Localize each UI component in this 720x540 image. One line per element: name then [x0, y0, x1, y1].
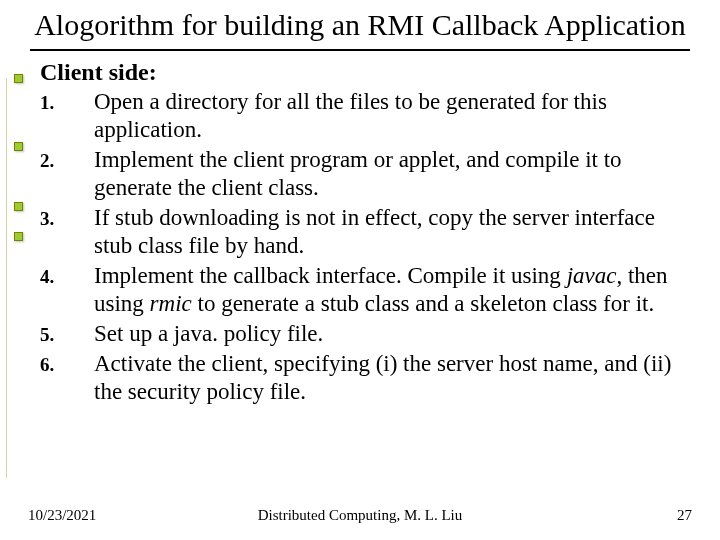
step-number: 5.	[40, 320, 94, 348]
footer-center: Distributed Computing, M. L. Liu	[0, 507, 720, 524]
step-number: 6.	[40, 350, 94, 406]
bullet-icon	[14, 232, 23, 241]
steps-list: 1.Open a directory for all the files to …	[40, 88, 692, 407]
bullet-icon	[14, 202, 23, 211]
slide-title: Alogorithm for building an RMI Callback …	[34, 8, 686, 43]
step-item: 2.Implement the client program or applet…	[40, 146, 692, 202]
step-number: 4.	[40, 262, 94, 318]
step-text: If stub downloading is not in effect, co…	[94, 204, 692, 260]
step-text: Activate the client, specifying (i) the …	[94, 350, 692, 406]
footer: 10/23/2021 Distributed Computing, M. L. …	[0, 507, 720, 524]
bullet-icon	[14, 142, 23, 151]
step-item: 5.Set up a java. policy file.	[40, 320, 692, 348]
content: Client side: 1.Open a directory for all …	[40, 59, 692, 407]
step-item: 6.Activate the client, specifying (i) th…	[40, 350, 692, 406]
subhead: Client side:	[40, 59, 692, 86]
slide: Alogorithm for building an RMI Callback …	[0, 0, 720, 540]
step-item: 3.If stub downloading is not in effect, …	[40, 204, 692, 260]
title-wrap: Alogorithm for building an RMI Callback …	[28, 8, 692, 43]
title-underline	[30, 49, 690, 51]
step-text: Set up a java. policy file.	[94, 320, 692, 348]
step-number: 1.	[40, 88, 94, 144]
step-item: 1.Open a directory for all the files to …	[40, 88, 692, 144]
bullet-icon	[14, 74, 23, 83]
step-text: Open a directory for all the files to be…	[94, 88, 692, 144]
step-item: 4.Implement the callback interface. Comp…	[40, 262, 692, 318]
rail-line	[6, 78, 7, 478]
step-number: 2.	[40, 146, 94, 202]
step-text: Implement the client program or applet, …	[94, 146, 692, 202]
step-number: 3.	[40, 204, 94, 260]
step-text: Implement the callback interface. Compil…	[94, 262, 692, 318]
